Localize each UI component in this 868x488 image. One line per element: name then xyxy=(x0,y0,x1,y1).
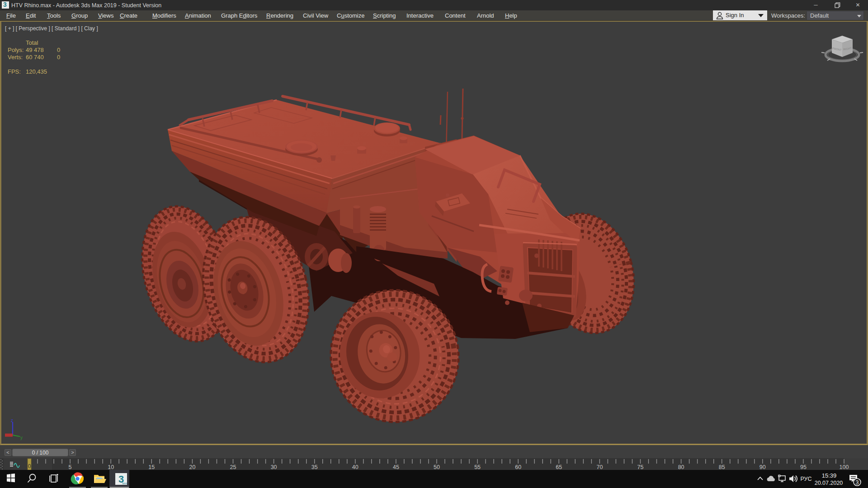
svg-text:5: 5 xyxy=(69,464,72,470)
svg-text:20: 20 xyxy=(189,464,195,470)
svg-text:0: 0 xyxy=(28,463,31,469)
svg-text:95: 95 xyxy=(800,464,807,470)
svg-text:MAX: MAX xyxy=(123,482,128,485)
svg-text:10: 10 xyxy=(108,464,114,470)
svg-text:30: 30 xyxy=(271,464,277,470)
svg-text:75: 75 xyxy=(637,464,644,470)
svg-text:РУС: РУС xyxy=(800,476,811,482)
svg-text:25: 25 xyxy=(230,464,236,470)
svg-text:90: 90 xyxy=(760,464,766,470)
svg-text:40: 40 xyxy=(352,464,359,470)
svg-text:100: 100 xyxy=(840,464,849,470)
svg-text:50: 50 xyxy=(434,464,440,470)
svg-text:80: 80 xyxy=(678,464,684,470)
svg-text:55: 55 xyxy=(474,464,481,470)
svg-text:15: 15 xyxy=(148,464,155,470)
svg-text:z: z xyxy=(11,418,13,423)
svg-text:15:39: 15:39 xyxy=(822,472,837,479)
svg-text:65: 65 xyxy=(556,464,562,470)
svg-text:85: 85 xyxy=(719,464,725,470)
svg-text:35: 35 xyxy=(311,464,318,470)
svg-text:y: y xyxy=(20,435,23,440)
svg-text:3: 3 xyxy=(856,479,859,486)
svg-text:45: 45 xyxy=(393,464,399,470)
svg-text:20.07.2020: 20.07.2020 xyxy=(815,480,843,486)
svg-text:60: 60 xyxy=(515,464,521,470)
svg-text:70: 70 xyxy=(596,464,603,470)
